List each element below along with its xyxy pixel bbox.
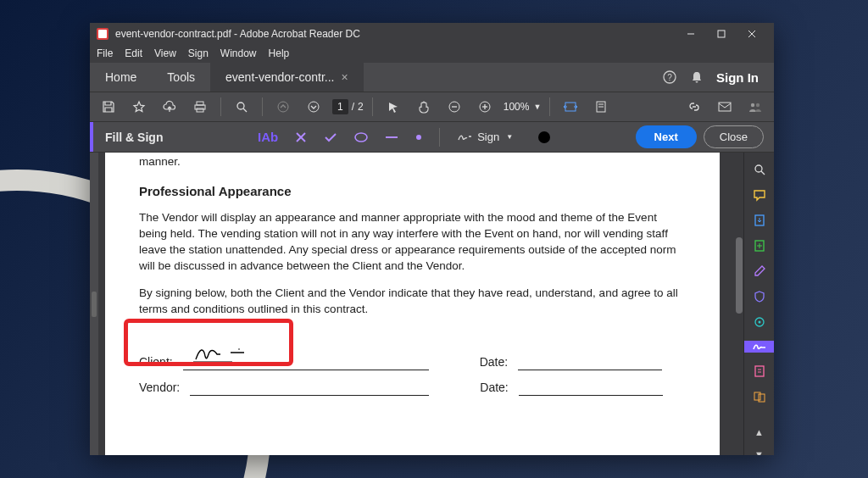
- protect-icon[interactable]: [750, 290, 769, 303]
- svg-point-31: [238, 348, 240, 350]
- color-picker-dot[interactable]: [538, 131, 550, 143]
- tab-home[interactable]: Home: [90, 63, 152, 92]
- minimize-button[interactable]: [676, 23, 706, 44]
- search-tool-icon[interactable]: [750, 163, 769, 176]
- svg-point-9: [237, 103, 244, 109]
- menu-window[interactable]: Window: [220, 47, 257, 59]
- circle-tool-icon[interactable]: [354, 132, 368, 142]
- signature-icon: [457, 131, 472, 143]
- close-window-button[interactable]: [737, 23, 767, 44]
- signature-row-client: Client: Date:: [139, 353, 686, 370]
- create-pdf-icon[interactable]: [750, 239, 769, 253]
- svg-point-27: [355, 133, 367, 142]
- line-tool-icon[interactable]: [385, 135, 398, 140]
- scroll-tools-up-icon[interactable]: ▲: [754, 427, 764, 437]
- client-signature-line[interactable]: [183, 353, 429, 370]
- comment-tool-icon[interactable]: [750, 188, 769, 202]
- organize-icon[interactable]: [750, 315, 769, 329]
- client-signature-field[interactable]: Client:: [139, 353, 429, 370]
- menu-sign[interactable]: Sign: [188, 47, 209, 59]
- share-link-icon[interactable]: [682, 95, 706, 119]
- help-icon[interactable]: ?: [662, 69, 677, 85]
- scroll-tools-down-icon[interactable]: ▼: [754, 449, 764, 455]
- app-icon: [97, 28, 108, 40]
- svg-point-23: [751, 103, 754, 107]
- fit-width-icon[interactable]: [559, 95, 582, 119]
- svg-rect-41: [754, 392, 760, 400]
- left-rail-handle-icon[interactable]: [92, 292, 97, 317]
- date-label-2: Date:: [480, 380, 508, 397]
- client-date-line[interactable]: [518, 353, 662, 370]
- client-label: Client:: [139, 354, 173, 371]
- client-signature-mark[interactable]: [192, 341, 251, 366]
- menubar: File Edit View Sign Window Help: [90, 44, 774, 63]
- main-toolbar: 1 / 2 100% ▼: [90, 92, 774, 122]
- fill-sign-title: Fill & Sign: [93, 131, 246, 144]
- menu-view[interactable]: View: [154, 47, 176, 59]
- convert-icon[interactable]: [750, 390, 769, 403]
- acrobat-window: event-vendor-contract.pdf - Adobe Acroba…: [90, 23, 774, 455]
- vendor-signature-line[interactable]: [190, 379, 429, 396]
- tab-document[interactable]: event-vendor-contr... ×: [210, 63, 364, 92]
- pdf-page[interactable]: manner. Professional Appearance The Vend…: [105, 153, 720, 455]
- total-pages: 2: [358, 101, 364, 113]
- tab-tools[interactable]: Tools: [152, 63, 210, 92]
- page-indicator[interactable]: 1 / 2: [332, 99, 364, 114]
- print-icon[interactable]: [188, 95, 212, 119]
- signature-row-vendor: Vendor: Date:: [139, 379, 686, 396]
- text-tool[interactable]: IAb: [258, 130, 278, 144]
- left-nav-rail[interactable]: [90, 153, 98, 455]
- selection-tool-icon[interactable]: [381, 95, 405, 119]
- star-icon[interactable]: [127, 95, 151, 119]
- sign-in-link[interactable]: Sign In: [716, 70, 759, 85]
- vendor-date-field[interactable]: Date:: [480, 379, 662, 396]
- check-tool-icon[interactable]: [324, 131, 337, 143]
- scroll-thumb[interactable]: [736, 237, 743, 314]
- svg-rect-1: [718, 31, 725, 37]
- chevron-down-icon: ▼: [506, 133, 513, 141]
- cloud-icon[interactable]: [158, 95, 181, 119]
- menu-file[interactable]: File: [97, 47, 113, 59]
- fill-sign-tool-icon[interactable]: [744, 341, 775, 353]
- svg-point-29: [416, 135, 421, 140]
- svg-line-33: [761, 171, 765, 175]
- current-page[interactable]: 1: [332, 99, 348, 114]
- page-up-icon[interactable]: [271, 95, 295, 119]
- dot-tool-icon[interactable]: [415, 134, 422, 141]
- find-icon[interactable]: [230, 95, 253, 119]
- svg-point-12: [309, 102, 319, 112]
- next-button[interactable]: Next: [636, 125, 697, 148]
- svg-rect-6: [197, 102, 203, 105]
- tab-close-icon[interactable]: ×: [341, 70, 348, 84]
- svg-rect-40: [755, 366, 764, 376]
- client-date-field[interactable]: Date:: [480, 353, 662, 370]
- export-pdf-icon[interactable]: [750, 214, 769, 227]
- cross-tool-icon[interactable]: [295, 131, 307, 143]
- zoom-in-icon[interactable]: [473, 95, 497, 119]
- zoom-dropdown-icon[interactable]: ▼: [533, 103, 541, 111]
- share-people-icon[interactable]: [743, 95, 767, 119]
- vertical-scrollbar[interactable]: [735, 153, 743, 455]
- compress-icon[interactable]: [750, 364, 769, 378]
- fit-page-icon[interactable]: [589, 95, 613, 119]
- page-down-icon[interactable]: [302, 95, 326, 119]
- svg-point-32: [755, 165, 762, 172]
- menu-help[interactable]: Help: [269, 47, 290, 59]
- close-fillsign-button[interactable]: Close: [704, 125, 764, 148]
- zoom-out-icon[interactable]: [442, 95, 466, 119]
- sign-dropdown[interactable]: Sign ▼: [457, 131, 513, 143]
- tabbar: Home Tools event-vendor-contr... × ? Sig…: [90, 63, 774, 92]
- vendor-signature-field[interactable]: Vendor:: [139, 379, 429, 396]
- edit-pdf-icon[interactable]: [750, 264, 769, 278]
- document-viewport[interactable]: manner. Professional Appearance The Vend…: [98, 153, 735, 455]
- email-icon[interactable]: [713, 95, 737, 119]
- fill-sign-toolbar: Fill & Sign IAb Sign ▼ Next Close: [90, 122, 774, 153]
- hand-tool-icon[interactable]: [412, 95, 436, 119]
- maximize-button[interactable]: [706, 23, 737, 44]
- zoom-level[interactable]: 100% ▼: [504, 101, 542, 113]
- titlebar[interactable]: event-vendor-contract.pdf - Adobe Acroba…: [90, 23, 774, 44]
- save-icon[interactable]: [97, 95, 120, 119]
- notifications-icon[interactable]: [689, 69, 704, 85]
- menu-edit[interactable]: Edit: [125, 47, 142, 59]
- vendor-date-line[interactable]: [519, 379, 663, 396]
